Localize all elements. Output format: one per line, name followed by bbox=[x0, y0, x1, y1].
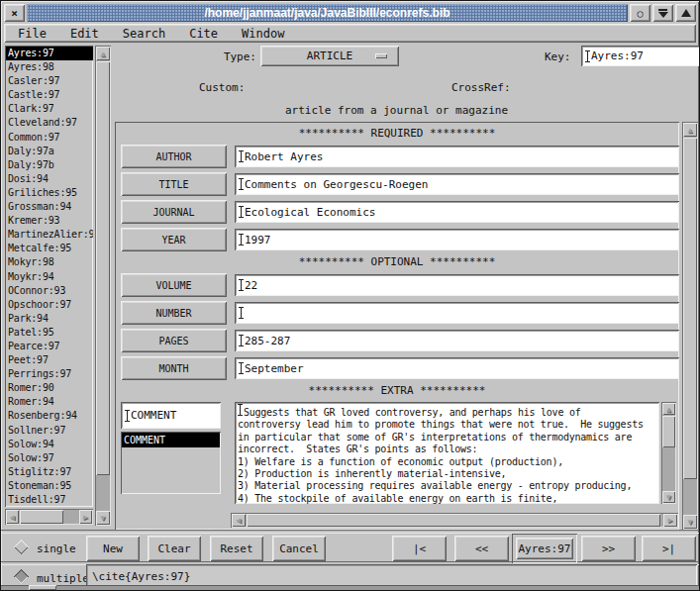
key-input[interactable]: Ayres:97 bbox=[581, 46, 700, 66]
menu-edit[interactable]: Edit bbox=[70, 27, 99, 41]
form-scroll-down-button[interactable]: ▼ bbox=[683, 515, 697, 529]
comment-key-list[interactable]: COMMENT bbox=[121, 432, 221, 494]
single-radio[interactable] bbox=[14, 540, 30, 555]
menu-cite[interactable]: Cite bbox=[189, 27, 218, 41]
type-option-menu[interactable]: ARTICLE bbox=[260, 46, 399, 66]
field-input[interactable]: Ecological Economics bbox=[235, 201, 679, 223]
nav-current-button[interactable]: Ayres:97 bbox=[516, 538, 573, 559]
field-input[interactable]: September bbox=[235, 357, 679, 379]
cancel-button[interactable]: Cancel bbox=[272, 536, 326, 561]
list-item[interactable]: Romer:90 bbox=[6, 381, 93, 395]
list-item[interactable]: Cleveland:97 bbox=[6, 116, 93, 130]
comment-scroll-up-button[interactable]: ▲ bbox=[662, 403, 675, 415]
list-item[interactable]: Casler:97 bbox=[6, 74, 93, 88]
list-item[interactable]: Metcalfe:95 bbox=[6, 242, 93, 255]
field-label-button[interactable]: AUTHOR bbox=[121, 145, 227, 168]
list-scroll-left-button[interactable]: ◀ bbox=[6, 510, 19, 524]
form-hscrollbar-thumb[interactable] bbox=[247, 514, 660, 527]
field-input[interactable]: 285-287 bbox=[235, 330, 679, 351]
window-maximize-button[interactable] bbox=[675, 4, 696, 22]
multiple-radio[interactable] bbox=[14, 569, 30, 585]
list-item[interactable]: COMMENT bbox=[122, 433, 220, 447]
list-item[interactable]: Daly:97a bbox=[6, 145, 93, 158]
comment-scroll-down-button[interactable]: ▼ bbox=[662, 491, 675, 503]
single-radio-label[interactable]: single bbox=[37, 542, 76, 555]
field-label-button[interactable]: JOURNAL bbox=[121, 200, 227, 224]
window-menu-button[interactable]: × bbox=[4, 4, 25, 22]
list-item[interactable]: Mokyr:98 bbox=[6, 255, 93, 269]
list-item[interactable]: Daly:97b bbox=[6, 158, 93, 172]
comment-vscrollbar-thumb[interactable] bbox=[662, 416, 675, 447]
menu-window[interactable]: Window bbox=[242, 27, 284, 41]
new-button[interactable]: New bbox=[86, 536, 140, 561]
form-scroll-left-button[interactable]: ◀ bbox=[232, 514, 246, 527]
form-hscrollbar[interactable]: ◀ ▶ bbox=[231, 513, 678, 528]
field-input[interactable]: 22 bbox=[235, 274, 679, 296]
comment-textarea[interactable]: Suggests that GR loved controversy, and … bbox=[235, 402, 659, 504]
window-iconify-button[interactable]: ○ bbox=[630, 4, 650, 22]
list-item[interactable]: Rosenberg:94 bbox=[6, 409, 93, 423]
list-item[interactable]: Sollner:97 bbox=[6, 424, 93, 438]
nav-first-button[interactable]: |< bbox=[392, 536, 447, 561]
field-label-button[interactable]: YEAR bbox=[121, 228, 227, 251]
list-scroll-right-button[interactable]: ▶ bbox=[79, 510, 92, 524]
list-item[interactable]: Opschoor:97 bbox=[6, 298, 93, 312]
list-hscrollbar-thumb[interactable] bbox=[20, 510, 63, 524]
titlebar[interactable]: /home/jjanmaat/java/JavaBibIII/econrefs.… bbox=[27, 4, 628, 22]
list-item[interactable]: Perrings:97 bbox=[6, 367, 93, 381]
list-item[interactable]: Peet:97 bbox=[6, 353, 93, 367]
list-item[interactable]: Griliches:95 bbox=[6, 186, 93, 200]
nav-prev-button[interactable]: << bbox=[454, 536, 509, 561]
menu-search[interactable]: Search bbox=[123, 27, 165, 41]
reset-button[interactable]: Reset bbox=[210, 536, 263, 561]
list-scroll-down-button[interactable]: ▼ bbox=[96, 511, 110, 525]
list-item[interactable]: Pearce:97 bbox=[6, 340, 93, 353]
list-item[interactable]: Romer:94 bbox=[6, 395, 93, 409]
nav-last-button[interactable]: >| bbox=[642, 536, 696, 561]
multiple-radio-label[interactable]: multiple bbox=[37, 572, 89, 585]
form-vscrollbar[interactable]: ▲ ▼ bbox=[682, 122, 698, 530]
list-item[interactable]: Stiglitz:97 bbox=[6, 465, 93, 479]
list-item[interactable]: MartinezAlier:9 bbox=[6, 228, 93, 242]
form-vscrollbar-thumb[interactable] bbox=[683, 138, 697, 479]
window-shade-button[interactable] bbox=[652, 4, 673, 22]
nav-next-button[interactable]: >> bbox=[581, 536, 636, 561]
list-item[interactable]: Ayres:97 bbox=[6, 47, 93, 60]
list-item[interactable]: OConnor:93 bbox=[6, 284, 93, 298]
list-item[interactable]: Common:97 bbox=[6, 131, 93, 145]
field-label-button[interactable]: NUMBER bbox=[121, 301, 227, 325]
comment-vscrollbar[interactable]: ▲ ▼ bbox=[661, 402, 676, 504]
field-input[interactable]: 1997 bbox=[235, 229, 679, 250]
field-input[interactable] bbox=[235, 302, 679, 324]
resize-handle[interactable] bbox=[29, 585, 56, 590]
field-input[interactable]: Robert Ayres bbox=[235, 146, 679, 167]
list-item[interactable]: Castle:97 bbox=[6, 88, 93, 102]
list-item[interactable]: Ayres:98 bbox=[6, 60, 93, 74]
list-item[interactable]: Moykr:94 bbox=[6, 270, 93, 284]
field-label-button[interactable]: TITLE bbox=[121, 172, 227, 196]
ref-list[interactable]: Ayres:97Ayres:98Casler:97Castle:97Clark:… bbox=[5, 46, 93, 507]
list-item[interactable]: Park:94 bbox=[6, 312, 93, 326]
list-scroll-up-button[interactable]: ▲ bbox=[96, 47, 110, 60]
form-scroll-up-button[interactable]: ▲ bbox=[683, 123, 697, 137]
list-item[interactable]: Grossman:94 bbox=[6, 200, 93, 214]
field-label-button[interactable]: VOLUME bbox=[121, 273, 227, 297]
form-scroll-right-button[interactable]: ▶ bbox=[663, 514, 677, 527]
field-label-button[interactable]: PAGES bbox=[121, 329, 227, 352]
menu-file[interactable]: File bbox=[18, 27, 47, 41]
list-item[interactable]: Stoneman:95 bbox=[6, 479, 93, 493]
list-item[interactable]: Dosi:94 bbox=[6, 172, 93, 186]
list-item[interactable]: Clark:97 bbox=[6, 102, 93, 116]
list-item[interactable]: Tisdell:97 bbox=[6, 493, 93, 507]
list-vscrollbar-thumb[interactable] bbox=[96, 61, 110, 475]
clear-button[interactable]: Clear bbox=[148, 536, 201, 561]
list-item[interactable]: Solow:97 bbox=[6, 451, 93, 465]
list-item[interactable]: Kremer:93 bbox=[6, 214, 93, 228]
list-item[interactable]: Solow:94 bbox=[6, 438, 93, 451]
list-item[interactable]: Patel:95 bbox=[6, 326, 93, 340]
field-label-button[interactable]: MONTH bbox=[121, 356, 227, 380]
list-vscrollbar[interactable]: ▲ ▼ bbox=[95, 46, 111, 526]
field-input[interactable]: Comments on Georgescu-Roegen bbox=[235, 173, 679, 195]
list-hscrollbar[interactable]: ◀ ▶ bbox=[5, 509, 93, 525]
comment-key-input[interactable]: COMMENT bbox=[121, 402, 221, 429]
